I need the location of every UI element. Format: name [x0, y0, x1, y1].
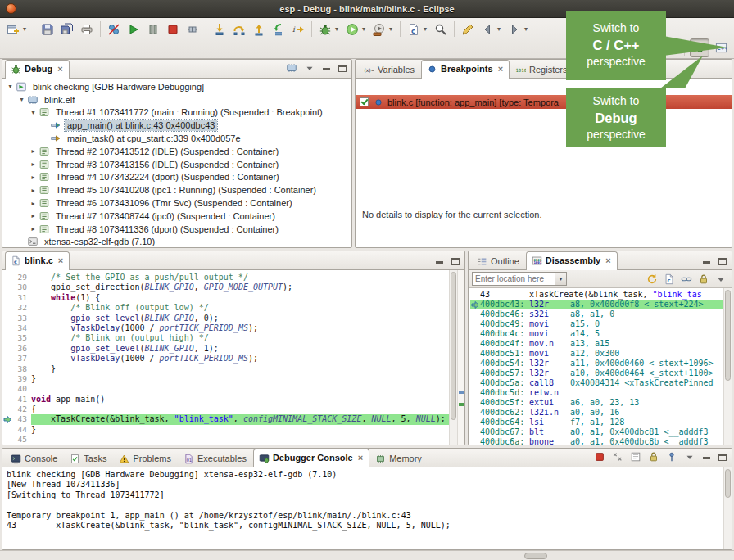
last-edit-location-button[interactable] [458, 20, 478, 38]
horizontal-scrollbar-thumb[interactable] [524, 553, 547, 559]
code-line[interactable]: 43 xTaskCreate(&blink_task, "blink_task"… [2, 414, 449, 424]
code-line[interactable]: 41void app_main() [2, 395, 449, 404]
save-button[interactable] [38, 20, 57, 38]
debug-tree-item[interactable]: ▸Thread #6 1073431096 (Tmr Svc) (Suspend… [2, 196, 351, 210]
code-line[interactable]: 39} [2, 374, 449, 384]
suspend-button[interactable] [143, 20, 163, 38]
pin-console-button[interactable] [664, 449, 679, 464]
resume-button[interactable] [124, 20, 143, 38]
debug-tree-item[interactable]: xtensa-esp32-elf-gdb (7.10) [2, 236, 351, 247]
scrollbar-thumb[interactable] [725, 290, 731, 381]
disassembly-source-line[interactable]: 43xTaskCreate(&blink_task, "blink_tas [470, 290, 723, 300]
breakpoint-row[interactable]: blink.c [function: app_main] [type: Temp… [356, 95, 732, 109]
tree-expand-arrow-icon[interactable]: ▸ [29, 187, 38, 194]
line-number[interactable]: 38 [11, 364, 31, 374]
tab-problems[interactable]: Problems [113, 449, 177, 467]
line-number[interactable]: 45 [11, 435, 31, 445]
tree-expand-arrow-icon[interactable]: ▸ [29, 147, 38, 155]
clear-console-button[interactable] [628, 449, 643, 464]
tab-executables[interactable]: 01Executables [178, 449, 253, 467]
disassembly-instruction[interactable]: 400dbc4c:movia14, 5 [470, 329, 723, 339]
debug-tree-item[interactable]: ▸Thread #7 1073408744 (ipc0) (Suspended … [2, 210, 351, 223]
debug-tree-item[interactable]: main_task() at cpu_start.c:339 0x400d057… [2, 132, 351, 145]
disassembly-instruction[interactable]: 400dbc46:s32ia8, a1, 0 [470, 309, 723, 319]
scroll-lock-button[interactable] [646, 449, 661, 464]
scrollbar-thumb[interactable] [725, 469, 731, 498]
tree-expand-arrow-icon[interactable]: ▾ [17, 96, 26, 103]
disassembly-content[interactable]: 43xTaskCreate(&blink_task, "blink_tas400… [469, 288, 732, 445]
tab-memory[interactable]: Memory [369, 449, 428, 467]
tab-blink-c[interactable]: cblink.c× [5, 251, 70, 270]
save-all-button[interactable] [57, 20, 77, 38]
disassembly-instruction[interactable]: 400dbc64:lsif7, a1, 128 [470, 418, 723, 427]
scroll-lock-button[interactable] [696, 272, 711, 287]
line-number[interactable]: 40 [11, 384, 31, 394]
tab-debug[interactable]: Debug× [5, 60, 70, 79]
line-number[interactable]: 42 [11, 404, 31, 414]
debug-tree-item[interactable]: ▸Thread #3 1073413156 (IDLE) (Suspended … [2, 158, 351, 171]
debug-tree-item[interactable]: ▾Thread #1 1073411772 (main : Running) (… [2, 106, 351, 120]
line-number[interactable]: 33 [11, 314, 31, 323]
close-tab-icon[interactable]: × [358, 453, 363, 463]
tab-breakpoints[interactable]: Breakpoints× [421, 60, 510, 79]
minimize-view-button[interactable] [700, 451, 713, 463]
code-line[interactable]: 37 vTaskDelay(1000 / portTICK_PERIOD_MS)… [2, 354, 449, 364]
overview-mark[interactable] [459, 391, 464, 394]
disassembly-instruction[interactable]: 400dbc5d:retw.n [470, 388, 723, 398]
disassembly-instruction[interactable]: 400dbc5a:call80x40084314 <xTaskCreatePin… [470, 378, 723, 388]
tab-outline[interactable]: Outline [471, 252, 526, 269]
back-dropdown-arrow[interactable]: ▾ [497, 25, 505, 33]
console-content[interactable]: blink checking [GDB Hardware Debugging] … [2, 467, 732, 549]
debug-view-menu-button[interactable] [302, 61, 317, 75]
refresh-view-button[interactable] [645, 272, 659, 287]
code-line[interactable]: 44} [2, 425, 449, 435]
code-line[interactable]: 42{ [2, 404, 449, 414]
debug-launch-tree[interactable]: ▾blink checking [GDB Hardware Debugging]… [2, 79, 351, 247]
line-number[interactable]: 41 [11, 395, 31, 404]
overview-mark-current-line[interactable] [459, 403, 464, 406]
skip-all-breakpoints-button[interactable] [104, 20, 124, 38]
drop-to-frame-button[interactable] [269, 20, 288, 38]
step-into-button[interactable] [210, 20, 229, 38]
disconnect-button[interactable] [183, 20, 202, 38]
new-button[interactable] [3, 20, 23, 38]
maximize-view-button[interactable] [716, 255, 728, 267]
code-line[interactable]: 31 while(1) { [2, 293, 449, 303]
line-number[interactable]: 43 [11, 414, 31, 424]
line-number[interactable]: 32 [11, 303, 31, 313]
terminate-button[interactable] [163, 20, 183, 38]
line-number[interactable]: 35 [11, 333, 31, 343]
search-button[interactable] [431, 20, 451, 38]
external-tools-dropdown-arrow[interactable]: ▾ [389, 25, 396, 33]
run-button[interactable] [342, 20, 362, 38]
disassembly-instruction[interactable]: 400dbc5f:extuia6, a0, 23, 13 [470, 398, 723, 408]
code-line[interactable]: 32 /* Blink off (output low) */ [2, 303, 449, 313]
code-line[interactable]: 40 [2, 384, 449, 394]
step-return-button[interactable] [249, 20, 269, 38]
line-number[interactable]: 34 [11, 323, 31, 333]
code-line[interactable]: 33 gpio_set_level(BLINK_GPIO, 0); [2, 314, 449, 323]
tree-expand-arrow-icon[interactable]: ▾ [29, 109, 38, 116]
tree-expand-arrow-icon[interactable]: ▸ [29, 174, 38, 181]
minimize-view-button[interactable] [700, 255, 713, 267]
window-close-button[interactable] [6, 3, 16, 14]
remove-all-terminated-button[interactable] [610, 449, 625, 464]
code-line[interactable]: 35 /* Blink on (output high) */ [2, 333, 449, 343]
back-button[interactable] [478, 20, 497, 38]
sync-active-context-button[interactable] [679, 272, 694, 287]
disassembly-instruction[interactable]: 400dbc4f:mov.na13, a15 [470, 339, 723, 349]
debug-tree-item[interactable]: ▾blink checking [GDB Hardware Debugging] [2, 80, 351, 93]
new-c-cpp-source-file-dropdown-arrow[interactable]: ▾ [424, 25, 431, 33]
new-c-cpp-source-file-button[interactable]: c [404, 20, 424, 38]
new-dropdown-arrow[interactable]: ▾ [23, 25, 30, 33]
debug-tree-item[interactable]: ▸Thread #4 1073432224 (dport) (Suspended… [2, 171, 351, 184]
maximize-view-button[interactable] [449, 255, 461, 267]
tab-disassembly[interactable]: 01011001Disassembly× [526, 251, 618, 270]
step-over-button[interactable] [229, 20, 249, 38]
disassembly-instruction[interactable]: 400dbc6a:bnonea0, a1, 0x400dbc8b <__addd… [470, 437, 723, 445]
external-tools-button[interactable] [369, 20, 389, 38]
run-dropdown-arrow[interactable]: ▾ [362, 25, 369, 33]
maximize-view-button[interactable] [716, 451, 728, 463]
tree-expand-arrow-icon[interactable]: ▾ [6, 83, 15, 90]
debug-view-misc-button[interactable] [284, 61, 299, 75]
